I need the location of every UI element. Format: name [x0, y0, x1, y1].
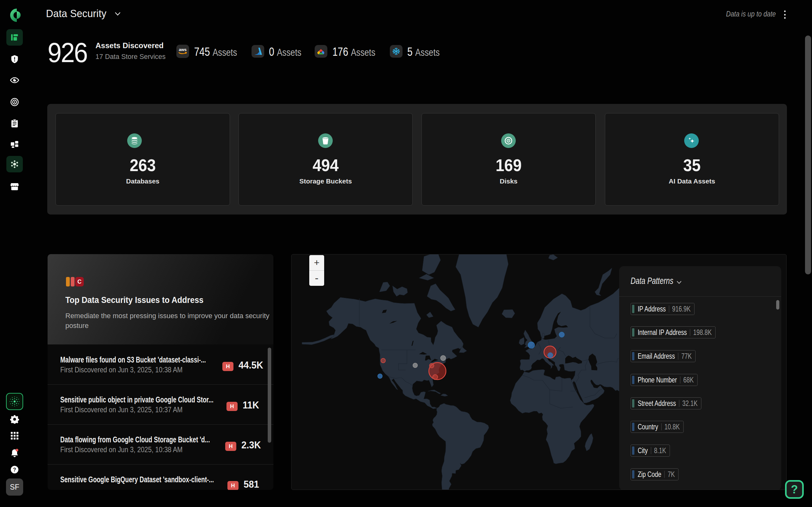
svg-text:?: ?: [13, 467, 16, 472]
svg-text:aws: aws: [179, 47, 187, 52]
